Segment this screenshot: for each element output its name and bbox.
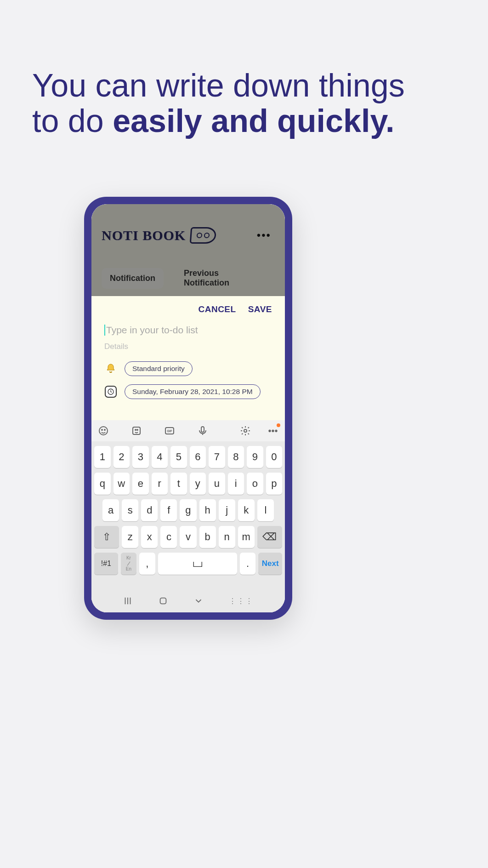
emoji-icon[interactable] xyxy=(98,425,109,436)
key-1[interactable]: 1 xyxy=(94,446,111,468)
keyboard-asdf-row: a s d f g h j k l xyxy=(94,499,282,521)
key-z[interactable]: z xyxy=(122,526,138,548)
keyboard-zxcv-row: ⇧ z x c v b n m ⌫ xyxy=(94,526,282,548)
todo-title-input[interactable]: Type in your to-do list xyxy=(104,325,272,336)
phone-screen: NOTI BOOK ••• Notification Previous Noti… xyxy=(91,204,285,612)
svg-point-6 xyxy=(137,429,138,430)
key-t[interactable]: t xyxy=(170,473,187,495)
key-language[interactable]: Kr / En xyxy=(121,553,136,575)
key-5[interactable]: 5 xyxy=(170,446,187,468)
app-title: NOTI BOOK xyxy=(102,227,216,244)
phone-frame: NOTI BOOK ••• Notification Previous Noti… xyxy=(84,197,292,620)
more-menu-button[interactable]: ••• xyxy=(253,225,275,246)
svg-point-9 xyxy=(244,429,247,432)
nav-back-icon[interactable] xyxy=(193,596,204,606)
key-backspace[interactable]: ⌫ xyxy=(257,526,282,548)
svg-point-2 xyxy=(102,429,102,430)
nav-recents-icon[interactable] xyxy=(123,596,133,606)
key-p[interactable]: p xyxy=(266,473,283,495)
owl-icon xyxy=(190,227,217,244)
key-y[interactable]: y xyxy=(190,473,206,495)
tab-notification[interactable]: Notification xyxy=(102,268,164,289)
key-w[interactable]: w xyxy=(113,473,130,495)
keyboard-qwerty-row: q w e r t y u i o p xyxy=(94,473,282,495)
on-screen-keyboard: GIF ••• xyxy=(91,420,285,612)
keyboard-bottom-row: !#1 Kr / En , ⌴ . Next xyxy=(94,553,282,575)
key-a[interactable]: a xyxy=(102,499,119,521)
key-q[interactable]: q xyxy=(94,473,111,495)
key-o[interactable]: o xyxy=(247,473,263,495)
key-m[interactable]: m xyxy=(238,526,255,548)
key-v[interactable]: v xyxy=(180,526,196,548)
key-h[interactable]: h xyxy=(199,499,216,521)
save-button[interactable]: SAVE xyxy=(248,304,272,314)
key-u[interactable]: u xyxy=(209,473,225,495)
svg-point-3 xyxy=(104,429,105,430)
sticker-icon[interactable] xyxy=(131,425,142,436)
key-e[interactable]: e xyxy=(132,473,149,495)
tab-previous-notification[interactable]: Previous Notification xyxy=(176,263,275,293)
text-cursor xyxy=(104,325,105,336)
priority-chip[interactable]: Standard priority xyxy=(125,361,193,376)
key-f[interactable]: f xyxy=(160,499,177,521)
nav-keyboard-icon[interactable]: ⋮⋮⋮ xyxy=(229,597,254,605)
key-8[interactable]: 8 xyxy=(228,446,244,468)
svg-rect-10 xyxy=(160,598,166,604)
key-g[interactable]: g xyxy=(180,499,196,521)
key-l[interactable]: l xyxy=(257,499,274,521)
key-shift[interactable]: ⇧ xyxy=(94,526,119,548)
key-2[interactable]: 2 xyxy=(113,446,130,468)
headline-line2a: to do xyxy=(32,103,113,139)
headline-line1: You can write down things xyxy=(32,68,405,103)
app-title-text: NOTI BOOK xyxy=(102,228,186,243)
key-d[interactable]: d xyxy=(141,499,158,521)
notification-dot-icon xyxy=(277,423,280,427)
key-3[interactable]: 3 xyxy=(132,446,149,468)
key-next[interactable]: Next xyxy=(258,553,282,575)
svg-point-1 xyxy=(99,427,108,435)
todo-title-placeholder: Type in your to-do list xyxy=(106,325,198,336)
todo-details-input[interactable]: Details xyxy=(104,342,272,351)
svg-rect-8 xyxy=(201,427,204,432)
key-b[interactable]: b xyxy=(199,526,216,548)
key-comma[interactable]: , xyxy=(139,553,155,575)
key-j[interactable]: j xyxy=(219,499,235,521)
lang-bot: En xyxy=(126,567,131,571)
svg-point-5 xyxy=(135,429,136,430)
headline-line2b: easily and quickly. xyxy=(113,103,394,139)
key-6[interactable]: 6 xyxy=(190,446,206,468)
system-nav-bar: ⋮⋮⋮ xyxy=(91,589,285,612)
keyboard-more-icon[interactable]: ••• xyxy=(267,425,278,436)
keyboard-number-row: 1 2 3 4 5 6 7 8 9 0 xyxy=(94,446,282,468)
bell-icon xyxy=(104,362,117,375)
key-4[interactable]: 4 xyxy=(152,446,168,468)
key-9[interactable]: 9 xyxy=(247,446,263,468)
key-r[interactable]: r xyxy=(152,473,168,495)
key-s[interactable]: s xyxy=(122,499,138,521)
key-i[interactable]: i xyxy=(228,473,244,495)
clock-icon xyxy=(104,385,117,398)
mic-icon[interactable] xyxy=(197,425,208,436)
datetime-chip[interactable]: Sunday, February 28, 2021, 10:28 PM xyxy=(125,384,261,399)
key-symbols[interactable]: !#1 xyxy=(94,553,118,575)
gear-icon[interactable] xyxy=(240,425,251,436)
key-n[interactable]: n xyxy=(219,526,235,548)
key-period[interactable]: . xyxy=(240,553,255,575)
cancel-button[interactable]: CANCEL xyxy=(198,304,236,314)
key-c[interactable]: c xyxy=(160,526,177,548)
key-0[interactable]: 0 xyxy=(266,446,283,468)
key-7[interactable]: 7 xyxy=(209,446,225,468)
key-k[interactable]: k xyxy=(238,499,255,521)
marketing-headline: You can write down things to do easily a… xyxy=(32,68,456,139)
key-space[interactable]: ⌴ xyxy=(158,553,237,575)
gif-icon[interactable]: GIF xyxy=(164,425,175,436)
app-header: NOTI BOOK ••• Notification Previous Noti… xyxy=(91,204,285,296)
key-x[interactable]: x xyxy=(141,526,158,548)
svg-rect-4 xyxy=(133,427,140,434)
nav-home-icon[interactable] xyxy=(158,596,168,606)
new-todo-sheet: CANCEL SAVE Type in your to-do list Deta… xyxy=(91,296,285,612)
